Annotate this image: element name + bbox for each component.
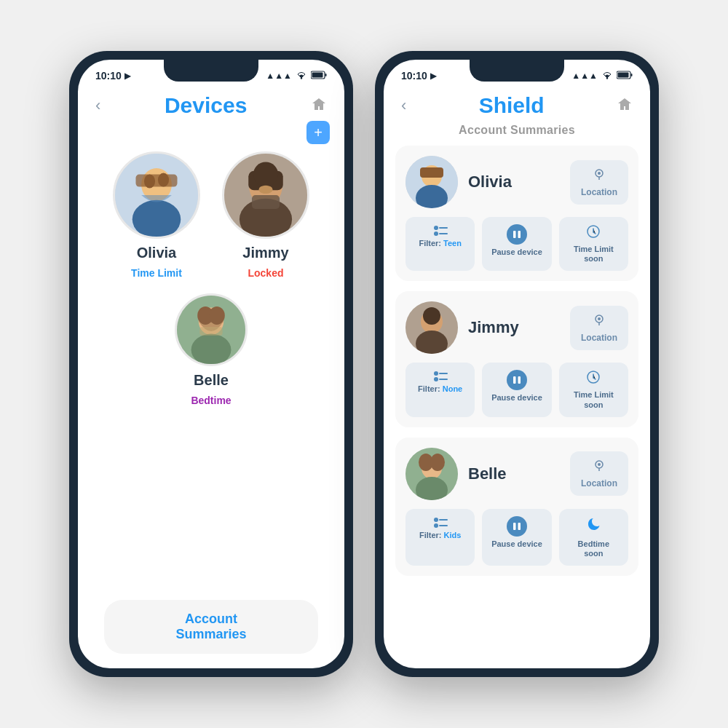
- devices-row-bottom: Belle Bedtime: [175, 293, 248, 406]
- svg-point-44: [423, 307, 440, 325]
- time-limit-icon-olivia: [586, 224, 601, 242]
- avatar-jimmy: [222, 151, 309, 239]
- device-name-olivia: Olivia: [137, 245, 176, 261]
- svg-rect-9: [136, 175, 178, 187]
- pause-device-olivia-button[interactable]: Pause device: [482, 217, 551, 271]
- pause-device-olivia-label: Pause device: [491, 248, 542, 257]
- svg-rect-26: [631, 74, 633, 76]
- device-belle[interactable]: Belle Bedtime: [175, 293, 248, 406]
- location-button-belle[interactable]: Location: [570, 451, 628, 496]
- svg-rect-67: [513, 523, 516, 530]
- svg-point-34: [434, 226, 438, 230]
- time-limit-jimmy-button[interactable]: Time Limit soon: [559, 363, 628, 416]
- devices-row-top: Olivia Time Limit: [113, 151, 309, 279]
- filter-teen-label: Filter: Teen: [419, 239, 461, 248]
- svg-point-49: [434, 377, 438, 381]
- device-name-belle: Belle: [194, 372, 229, 389]
- phone-devices: 10:10 ▶ ▲▲▲ ‹ Devices: [69, 51, 353, 677]
- battery-icon-1: [311, 71, 327, 82]
- location-arrow-icon-1: ▶: [124, 71, 130, 81]
- wifi-icon-1: [296, 71, 307, 82]
- location-button-jimmy[interactable]: Location: [570, 306, 628, 350]
- svg-point-21: [209, 306, 225, 325]
- svg-rect-68: [518, 523, 521, 530]
- svg-rect-22: [199, 327, 222, 336]
- time-limit-olivia-button[interactable]: Time Limit soon: [559, 217, 628, 271]
- account-summaries-button[interactable]: Account Summaries: [104, 600, 317, 654]
- bedtime-button[interactable]: Bedtime soon: [559, 509, 628, 566]
- time-display-2: 10:10 ▶: [401, 70, 436, 82]
- page-title-1: Devices: [100, 93, 311, 118]
- account-name-olivia: Olivia: [458, 173, 570, 191]
- bedtime-icon: [586, 516, 601, 537]
- account-row-jimmy: Jimmy Location: [405, 301, 628, 354]
- pause-icon-olivia: [507, 224, 527, 245]
- svg-point-15: [259, 186, 273, 194]
- filter-kids-label: Filter: Kids: [419, 531, 461, 540]
- add-device-button[interactable]: +: [306, 121, 330, 144]
- account-name-jimmy: Jimmy: [458, 318, 570, 337]
- location-icon-belle: [593, 459, 606, 475]
- account-name-belle: Belle: [458, 464, 570, 483]
- section-header: Account Summaries: [384, 124, 650, 137]
- scene: 10:10 ▶ ▲▲▲ ‹ Devices: [0, 0, 728, 728]
- notch: [164, 60, 258, 82]
- nav-bar-1: ‹ Devices: [78, 87, 344, 121]
- svg-point-48: [434, 371, 438, 376]
- time-limit-jimmy-label: Time Limit soon: [568, 390, 620, 409]
- home-button-2[interactable]: [617, 96, 633, 116]
- location-label-jimmy: Location: [581, 333, 617, 343]
- location-button-olivia[interactable]: Location: [570, 160, 628, 205]
- back-button-1[interactable]: ‹: [95, 96, 100, 115]
- page-title-2: Shield: [406, 93, 617, 118]
- svg-rect-39: [518, 231, 521, 238]
- svg-rect-52: [513, 376, 516, 384]
- account-avatar-belle: [405, 448, 458, 500]
- svg-point-32: [598, 172, 601, 175]
- action-row-olivia: Filter: Teen Pause device: [405, 217, 628, 271]
- account-row-olivia: Olivia Location: [405, 156, 628, 208]
- pause-device-belle-button[interactable]: Pause device: [482, 509, 551, 566]
- svg-rect-53: [518, 376, 521, 384]
- avatar-olivia: [113, 151, 200, 239]
- pause-device-jimmy-button[interactable]: Pause device: [482, 363, 551, 416]
- nav-bar-2: ‹ Shield: [384, 87, 650, 121]
- wifi-icon-2: [601, 71, 613, 82]
- account-avatar-jimmy: [405, 301, 458, 354]
- status-icons-1: ▲▲▲: [266, 71, 327, 82]
- account-card-olivia: Olivia Location F: [395, 146, 638, 281]
- notch-2: [470, 60, 564, 82]
- svg-point-64: [434, 523, 438, 528]
- device-olivia[interactable]: Olivia Time Limit: [113, 151, 200, 279]
- svg-point-46: [598, 317, 601, 320]
- action-row-belle: Filter: Kids Pause device: [405, 509, 628, 566]
- location-icon-jimmy: [593, 313, 606, 330]
- svg-point-14: [253, 162, 278, 186]
- svg-rect-16: [252, 195, 280, 209]
- status-icons-2: ▲▲▲: [571, 71, 633, 82]
- devices-content: +: [78, 121, 344, 668]
- filter-kids-button[interactable]: Filter: Kids: [405, 509, 475, 566]
- home-button-1[interactable]: [311, 96, 327, 116]
- device-status-belle: Bedtime: [191, 395, 231, 406]
- signal-icon-2: ▲▲▲: [571, 71, 598, 81]
- time-limit-icon-jimmy: [586, 370, 601, 387]
- pause-icon-belle: [507, 516, 527, 537]
- back-button-2[interactable]: ‹: [401, 96, 406, 115]
- svg-rect-2: [312, 72, 323, 77]
- pause-device-belle-label: Pause device: [491, 539, 542, 549]
- svg-point-63: [434, 518, 438, 522]
- pause-device-jimmy-label: Pause device: [491, 393, 542, 403]
- location-icon-olivia: [593, 167, 606, 184]
- filter-teen-button[interactable]: Filter: Teen: [405, 217, 475, 271]
- device-jimmy[interactable]: Jimmy Locked: [222, 151, 309, 279]
- phone-shield: 10:10 ▶ ▲▲▲ ‹ Shield: [375, 51, 659, 677]
- svg-rect-25: [618, 72, 629, 77]
- svg-point-23: [606, 77, 608, 79]
- svg-rect-38: [513, 231, 516, 238]
- location-label-olivia: Location: [581, 187, 617, 197]
- device-status-olivia: Time Limit: [131, 267, 182, 279]
- device-name-jimmy: Jimmy: [242, 245, 288, 261]
- filter-none-button[interactable]: Filter: None: [405, 363, 475, 416]
- location-label-belle: Location: [581, 478, 617, 488]
